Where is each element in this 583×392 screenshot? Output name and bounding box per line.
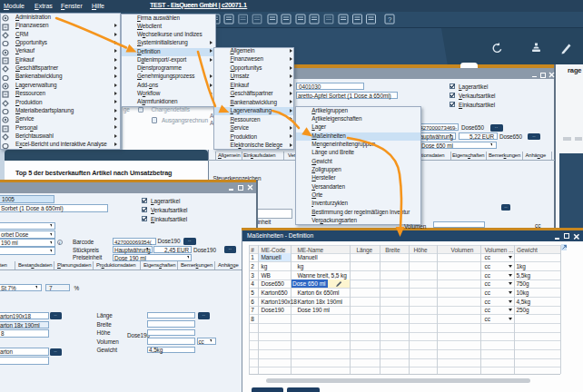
svg-text:?: ? bbox=[388, 15, 392, 24]
